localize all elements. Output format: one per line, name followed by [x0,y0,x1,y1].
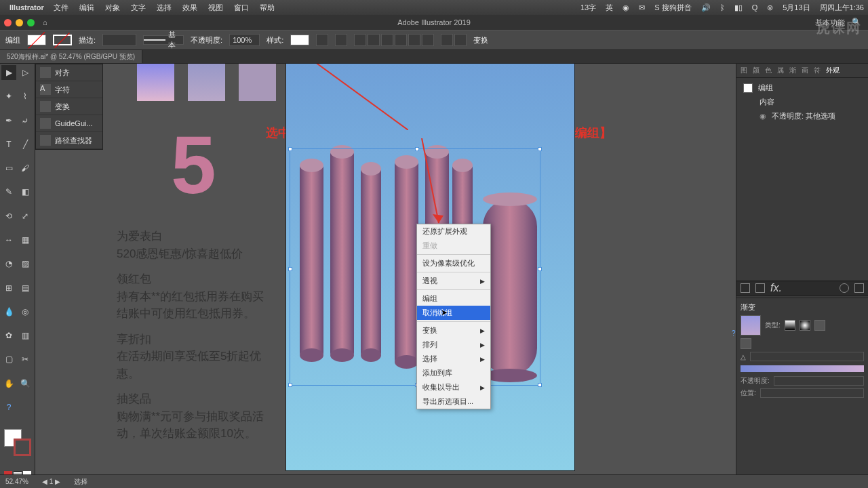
shaper-tool[interactable]: ✎ [1,184,16,199]
help-icon[interactable]: ? [1,400,16,415]
lasso-tool[interactable]: ⌇ [18,89,33,104]
gradient-freeform-icon[interactable] [814,320,825,331]
menu-effect[interactable]: 效果 [182,3,197,13]
menu-type[interactable]: 文字 [131,3,146,13]
slice-tool[interactable]: ✂ [18,352,33,367]
tab-color[interactable]: 颜 [753,66,760,75]
align-bottom-icon[interactable] [422,34,434,46]
artboard-tool[interactable]: ▢ [1,352,16,367]
panel-align[interactable]: 对齐 [36,64,102,81]
gradient-tool[interactable]: ▤ [18,281,33,296]
curvature-tool[interactable]: ⤾ [18,113,33,128]
free-transform-tool[interactable]: ▦ [18,232,33,247]
align-icon[interactable] [335,34,347,46]
tab-symbol[interactable]: 符 [814,66,821,75]
selection-tool[interactable]: ▶ [1,65,16,80]
recolor-icon[interactable] [316,34,328,46]
appearance-group[interactable]: 编组 [739,81,865,95]
tab-graphic[interactable]: 图 [741,66,747,75]
style-swatch[interactable] [290,35,309,45]
spotlight-icon[interactable]: Q [752,3,758,12]
align-right-icon[interactable] [381,34,393,46]
fill-swatch[interactable] [27,35,46,45]
ctx-arrange[interactable]: 排列▶ [417,338,490,352]
swatch-2[interactable] [188,64,225,101]
minimize-icon[interactable] [16,19,23,26]
menu-edit[interactable]: 编辑 [79,3,94,13]
tab-swatch[interactable]: 色 [765,66,772,75]
battery-icon[interactable]: ▮▯ [734,3,743,12]
menu-help[interactable]: 帮助 [260,3,275,13]
zoom-level[interactable]: 52.47% [5,478,28,485]
align-vcenter-icon[interactable] [408,34,420,46]
ctx-group[interactable]: 编组 [417,291,490,306]
gradient-linear-icon[interactable] [785,320,795,331]
panel-guidegui[interactable]: GuideGui... [36,115,102,132]
appearance-none-icon[interactable] [741,283,750,293]
obs-icon[interactable]: ◉ [623,3,629,12]
align-hcenter-icon[interactable] [368,34,380,46]
tab-brush[interactable]: 画 [802,66,808,75]
gradient-stroke-icon[interactable]: ? [741,338,751,349]
tab-appearance[interactable]: 外观 [826,66,840,75]
clock-time[interactable]: 周四上午1:36 [820,3,864,13]
shape-builder-tool[interactable]: ◔ [1,256,16,271]
ctx-ungroup[interactable]: 取消编组 [417,306,490,320]
menu-view[interactable]: 视图 [208,3,223,13]
gradient-slider[interactable] [741,365,864,372]
perspective-tool[interactable]: ▨ [18,256,33,271]
wifi-icon[interactable]: ⊚ [767,3,773,12]
traffic-lights[interactable] [4,19,35,26]
ctx-add-library[interactable]: 添加到库 [417,366,490,380]
eraser-tool[interactable]: ◧ [18,184,33,199]
wechat-icon[interactable]: ✉ [639,3,645,12]
ctx-undo-expand[interactable]: 还原扩展外观 [417,224,490,239]
ctx-perspective[interactable]: 透视▶ [417,274,490,288]
hand-tool[interactable]: ✋ [1,376,16,391]
zoom-icon[interactable] [27,19,35,26]
clock-date[interactable]: 5月13日 [783,3,810,13]
gradient-preview[interactable] [741,315,761,336]
transform-label[interactable]: 变换 [473,35,488,45]
sogou-icon[interactable]: S 搜狗拼音 [654,3,691,13]
ctx-collect-export[interactable]: 收集以导出▶ [417,380,490,394]
ctx-export-selection[interactable]: 导出所选项目... [417,394,490,409]
appearance-duplicate-icon[interactable] [755,283,765,293]
swatch-1[interactable] [137,64,174,101]
line-tool[interactable]: ╱ [18,137,33,152]
stroke-weight-field[interactable] [102,34,136,46]
distribute-h-icon[interactable] [441,34,453,46]
document-tab[interactable]: 520海报样.ai* @ 52.47% (RGB/GPU 预览) [0,50,142,63]
opacity-field[interactable]: 100% [229,34,260,46]
mesh-tool[interactable]: ⊞ [1,281,16,296]
menu-file[interactable]: 文件 [54,3,68,13]
color-well[interactable] [4,429,31,456]
rectangle-tool[interactable]: ▭ [1,161,16,176]
menu-object[interactable]: 对象 [105,3,120,13]
swatch-3[interactable] [239,64,276,101]
panel-pathfinder[interactable]: 路径查找器 [36,132,102,149]
blend-tool[interactable]: ◎ [18,304,33,319]
close-icon[interactable] [4,19,12,26]
menu-window[interactable]: 窗口 [234,3,249,13]
fx-icon[interactable]: fx. [770,282,782,294]
appearance-content[interactable]: 内容 [739,95,865,109]
gradient-radial-icon[interactable] [800,320,810,331]
scale-tool[interactable]: ⤢ [18,209,33,224]
align-left-icon[interactable] [354,34,366,46]
magic-wand-tool[interactable]: ✦ [1,89,16,104]
volume-icon[interactable]: 🔊 [701,3,711,12]
artboard-nav[interactable]: ◀ 1 ▶ [42,478,60,485]
ime-status[interactable]: 13字 [580,3,596,13]
ime-lang[interactable]: 英 [606,3,613,13]
canvas[interactable]: 5 为爱表白520感恩钜惠/惊喜超低价 领红包持有本**的红包抵用券在购买结账中… [103,64,736,488]
stroke-swatch[interactable] [53,35,72,45]
rotate-tool[interactable]: ⟲ [1,209,16,224]
width-tool[interactable]: ↔ [1,232,16,247]
ctx-transform[interactable]: 变换▶ [417,323,490,338]
paintbrush-tool[interactable]: 🖌 [18,161,33,176]
align-top-icon[interactable] [395,34,407,46]
pen-tool[interactable]: ✒ [1,113,16,128]
home-icon[interactable]: ⌂ [43,18,47,26]
panel-transform[interactable]: 变换 [36,98,102,115]
